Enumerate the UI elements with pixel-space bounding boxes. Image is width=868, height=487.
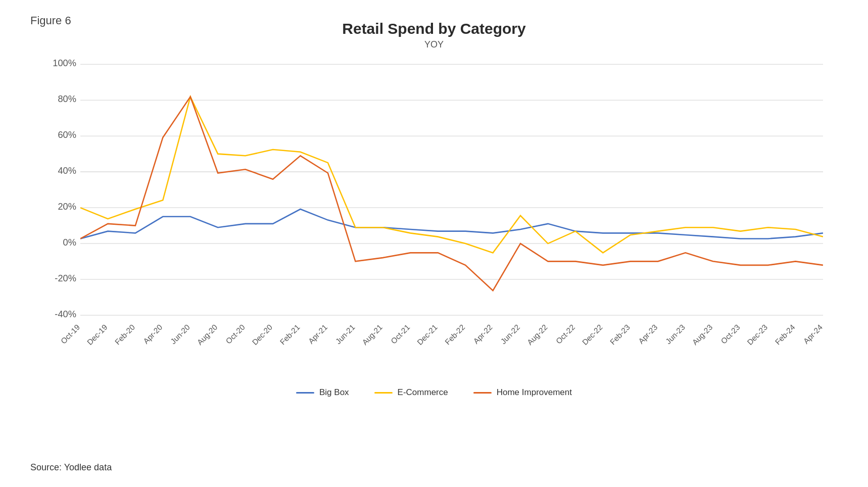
chart-container: 100% 80% 60% 40% 20% 0% -20% -40% Oct-19… xyxy=(40,59,828,403)
svg-text:Dec-22: Dec-22 xyxy=(581,323,604,347)
svg-text:Oct-21: Oct-21 xyxy=(389,323,411,346)
svg-text:Apr-22: Apr-22 xyxy=(472,323,494,346)
svg-text:Oct-20: Oct-20 xyxy=(224,323,247,346)
svg-text:Feb-21: Feb-21 xyxy=(278,323,302,347)
chart-svg: 100% 80% 60% 40% 20% 0% -20% -40% Oct-19… xyxy=(80,59,823,362)
svg-text:80%: 80% xyxy=(58,93,76,104)
svg-text:Jun-21: Jun-21 xyxy=(334,323,357,346)
page: Figure 6 Retail Spend by Category YOY xyxy=(0,0,868,487)
svg-text:-20%: -20% xyxy=(55,273,76,283)
home-improvement-line xyxy=(80,96,823,290)
svg-rect-0 xyxy=(80,59,823,315)
svg-text:Aug-21: Aug-21 xyxy=(360,323,384,347)
svg-text:100%: 100% xyxy=(53,58,76,68)
chart-title: Retail Spend by Category xyxy=(30,20,838,37)
figure-label: Figure 6 xyxy=(30,14,71,27)
svg-text:Oct-22: Oct-22 xyxy=(554,323,576,346)
svg-text:Apr-24: Apr-24 xyxy=(802,322,824,345)
chart-area: 100% 80% 60% 40% 20% 0% -20% -40% Oct-19… xyxy=(80,59,823,362)
svg-text:Feb-20: Feb-20 xyxy=(113,323,136,347)
svg-text:Oct-19: Oct-19 xyxy=(59,323,81,346)
svg-text:0%: 0% xyxy=(63,237,76,248)
svg-text:Feb-23: Feb-23 xyxy=(608,323,632,347)
ecommerce-line xyxy=(80,96,823,253)
svg-text:Dec-20: Dec-20 xyxy=(251,323,274,347)
svg-text:Dec-19: Dec-19 xyxy=(85,323,109,347)
big-box-line xyxy=(80,209,823,238)
svg-text:40%: 40% xyxy=(58,165,76,176)
svg-text:Apr-23: Apr-23 xyxy=(637,323,659,346)
svg-text:Jun-22: Jun-22 xyxy=(499,323,521,346)
svg-text:Aug-20: Aug-20 xyxy=(196,323,219,347)
svg-text:Apr-20: Apr-20 xyxy=(141,323,164,346)
svg-text:Dec-23: Dec-23 xyxy=(746,323,769,347)
svg-text:20%: 20% xyxy=(58,201,76,212)
svg-text:Apr-21: Apr-21 xyxy=(307,323,329,346)
svg-text:Aug-23: Aug-23 xyxy=(691,323,714,347)
svg-text:Aug-22: Aug-22 xyxy=(525,323,549,347)
svg-text:Feb-24: Feb-24 xyxy=(774,322,797,346)
svg-text:Feb-22: Feb-22 xyxy=(443,323,466,347)
svg-text:-40%: -40% xyxy=(55,309,76,319)
svg-text:Oct-23: Oct-23 xyxy=(719,323,742,346)
svg-text:Dec-21: Dec-21 xyxy=(415,323,439,347)
svg-text:Jun-20: Jun-20 xyxy=(169,323,191,346)
source-text: Source: Yodlee data xyxy=(30,462,112,473)
svg-text:60%: 60% xyxy=(58,129,76,140)
chart-subtitle: YOY xyxy=(30,39,838,50)
svg-text:Jun-23: Jun-23 xyxy=(664,323,687,346)
